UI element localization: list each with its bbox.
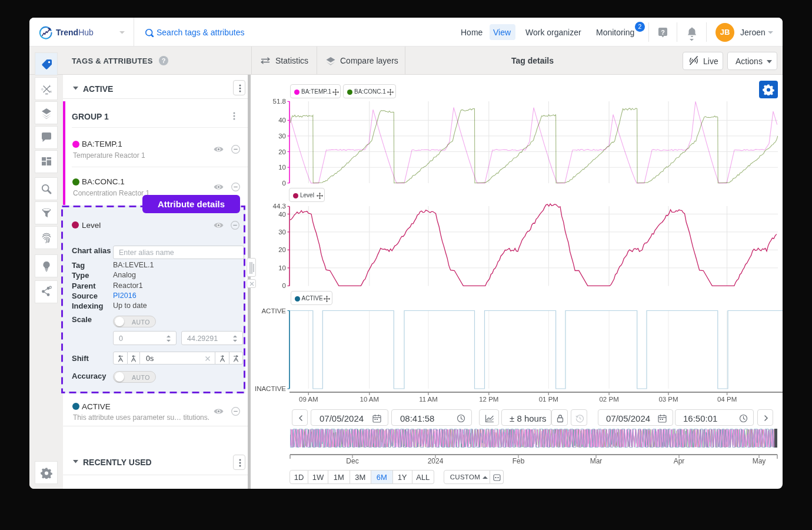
svg-text:01 PM: 01 PM [539, 396, 558, 403]
svg-text:INACTIVE: INACTIVE [255, 385, 286, 392]
svg-text:10: 10 [278, 164, 286, 171]
svg-text:30: 30 [278, 228, 286, 236]
svg-text:Mar: Mar [590, 457, 603, 465]
svg-text:10: 10 [278, 264, 286, 271]
svg-text:Feb: Feb [513, 457, 525, 465]
svg-text:04 PM: 04 PM [717, 396, 737, 403]
svg-text:0: 0 [282, 180, 286, 187]
svg-text:2024: 2024 [428, 457, 444, 465]
svg-text:44.3: 44.3 [273, 203, 286, 210]
svg-text:20: 20 [278, 148, 286, 155]
svg-text:40: 40 [278, 211, 286, 218]
svg-text:11 AM: 11 AM [419, 396, 438, 403]
svg-text:20: 20 [278, 246, 286, 253]
svg-text:ACTIVE: ACTIVE [261, 307, 286, 314]
svg-text:0: 0 [282, 282, 286, 289]
svg-text:May: May [753, 457, 766, 465]
svg-text:10 AM: 10 AM [360, 396, 379, 403]
svg-text:Dec: Dec [346, 457, 358, 465]
svg-text:02 PM: 02 PM [599, 396, 618, 403]
svg-text:03 PM: 03 PM [658, 396, 678, 403]
svg-text:12 PM: 12 PM [479, 396, 498, 403]
svg-text:30: 30 [278, 132, 286, 140]
svg-text:Apr: Apr [674, 457, 685, 465]
svg-text:51.8: 51.8 [273, 98, 286, 105]
svg-text:09 AM: 09 AM [299, 396, 318, 403]
svg-text:40: 40 [278, 117, 286, 124]
